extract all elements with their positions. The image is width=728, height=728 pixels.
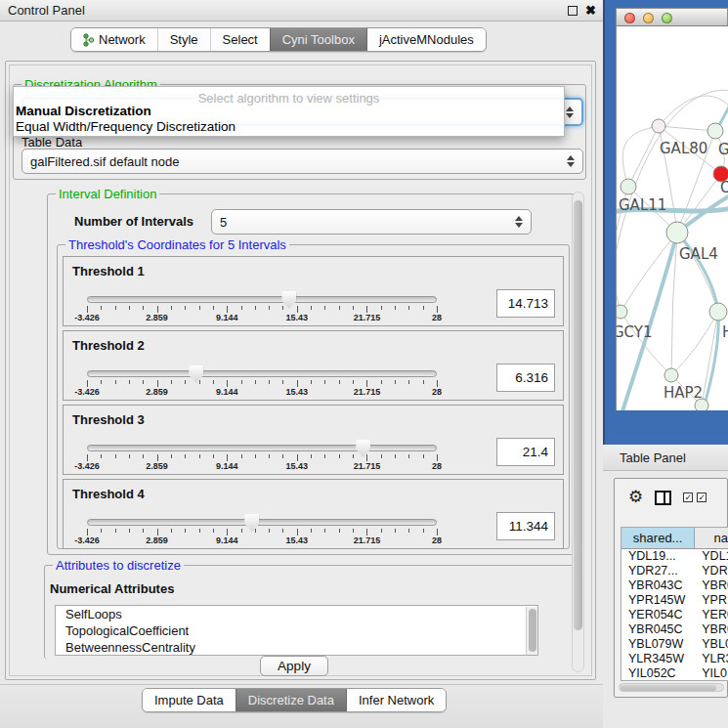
- float-window-icon[interactable]: [568, 6, 578, 16]
- threshold-value-field[interactable]: 6.316: [496, 364, 555, 392]
- network-node[interactable]: [666, 222, 688, 243]
- threshold-slider[interactable]: [87, 296, 437, 303]
- slider-tick-labels: -3.4262.8599.14415.4321.71528: [87, 313, 437, 324]
- cell-name[interactable]: YLR3: [695, 652, 728, 666]
- network-node[interactable]: [709, 303, 727, 321]
- threshold-value-field[interactable]: 21.4: [496, 438, 555, 466]
- table-horizontal-scrollbar-thumb[interactable]: [621, 685, 716, 691]
- column-header-shared[interactable]: shared...: [621, 528, 695, 548]
- panel-scrollbar[interactable]: [572, 192, 584, 672]
- checkbox-icon[interactable]: ✓: [697, 492, 707, 502]
- cell-name[interactable]: YDR2: [695, 564, 728, 578]
- threshold-slider[interactable]: [87, 370, 437, 377]
- cell-shared-name[interactable]: YBL079W: [621, 637, 695, 652]
- table-horizontal-scrollbar[interactable]: [619, 683, 724, 692]
- network-node[interactable]: [621, 179, 636, 194]
- cell-shared-name[interactable]: YER054C: [621, 608, 695, 622]
- network-window-titlebar[interactable]: [616, 8, 728, 26]
- tick-label: 9.144: [216, 461, 238, 471]
- cell-shared-name[interactable]: YLR345W: [621, 652, 695, 666]
- tick-label: -3.426: [74, 461, 100, 471]
- cell-name[interactable]: YIL0: [695, 666, 728, 681]
- apply-button[interactable]: Apply: [260, 656, 328, 676]
- slider-tick-labels: -3.4262.8599.14415.4321.71528: [87, 461, 437, 473]
- mac-zoom-button[interactable]: [662, 13, 672, 23]
- table-row[interactable]: YDL19...YDL1: [621, 549, 728, 564]
- attributes-group-title: Attributes to discretize: [53, 558, 184, 573]
- table-row[interactable]: YPR145WYPR1: [621, 593, 728, 608]
- cell-shared-name[interactable]: YDL19...: [621, 549, 695, 564]
- network-node[interactable]: [617, 305, 627, 319]
- close-icon[interactable]: ✖: [585, 6, 596, 16]
- tick-label: 2.859: [146, 461, 168, 471]
- attribute-list-item[interactable]: BetweennessCentrality: [56, 639, 537, 656]
- network-canvas[interactable]: GAL80GCGAL11GAL4GCY1HHAP2: [616, 26, 728, 410]
- tab-infer-network[interactable]: Infer Network: [346, 689, 446, 711]
- mac-close-button[interactable]: [624, 13, 635, 23]
- network-edge: [659, 126, 715, 131]
- tab-network[interactable]: Network: [71, 28, 157, 51]
- tab-impute-data[interactable]: Impute Data: [143, 689, 236, 711]
- threshold-value-field[interactable]: 14.713: [496, 289, 555, 318]
- table-data-combobox[interactable]: galFiltered.sif default node: [21, 149, 583, 174]
- network-node-label: H: [722, 323, 728, 341]
- threshold-slider[interactable]: [87, 519, 437, 526]
- tab-select[interactable]: Select: [210, 28, 270, 51]
- table-row[interactable]: YER054CYER0: [621, 608, 728, 622]
- table-row[interactable]: YBL079WYBL0: [621, 637, 728, 652]
- table-row[interactable]: YDR27...YDR2: [621, 564, 728, 578]
- network-node-label: GAL80: [660, 140, 707, 157]
- threshold-value-field[interactable]: 11.344: [496, 512, 555, 540]
- network-node[interactable]: [695, 399, 708, 410]
- number-of-intervals-combobox[interactable]: 5: [211, 209, 532, 235]
- cell-shared-name[interactable]: YBR045C: [621, 622, 695, 637]
- checkbox-icon[interactable]: ✓: [683, 492, 693, 502]
- tab-style-label: Style: [170, 32, 198, 47]
- attribute-list-item[interactable]: SelfLoops: [56, 606, 537, 622]
- cell-name[interactable]: YBR0: [695, 622, 728, 637]
- tab-discretize-data-label: Discretize Data: [248, 693, 334, 707]
- cell-shared-name[interactable]: YPR145W: [621, 593, 695, 608]
- table-panel-box: ⚙ ✓ ✓ shared... na YDL19...YDL1YDR27...Y…: [614, 478, 728, 698]
- threshold-slider[interactable]: [87, 445, 437, 451]
- table-panel-titlebar[interactable]: Table Panel: [603, 445, 728, 471]
- network-node[interactable]: [652, 119, 665, 133]
- table-row[interactable]: YBR045CYBR0: [621, 622, 728, 637]
- cell-name[interactable]: YBR0: [695, 578, 728, 593]
- node-attribute-table[interactable]: shared... na YDL19...YDL1YDR27...YDR2YBR…: [621, 527, 728, 681]
- cell-shared-name[interactable]: YDR27...: [621, 564, 695, 578]
- threshold-label: Threshold 3: [72, 412, 145, 427]
- gear-icon[interactable]: ⚙: [628, 489, 643, 506]
- tick-label: 28: [432, 461, 442, 471]
- tab-cyni-toolbox[interactable]: Cyni Toolbox: [270, 28, 366, 51]
- tab-style[interactable]: Style: [157, 28, 210, 51]
- tab-jactivemnodules[interactable]: jActiveMNodules: [366, 28, 486, 51]
- tick-label: -3.426: [74, 313, 100, 322]
- popup-option-equal-width-frequency[interactable]: Equal Width/Frequency Discretization: [16, 119, 236, 134]
- split-columns-icon[interactable]: [655, 491, 671, 505]
- network-node[interactable]: [707, 123, 723, 139]
- network-edge: [622, 126, 659, 187]
- cell-shared-name[interactable]: YIL052C: [621, 666, 695, 681]
- table-row[interactable]: YIL052CYIL0: [621, 666, 728, 681]
- tab-discretize-data[interactable]: Discretize Data: [236, 689, 346, 711]
- attribute-list-item[interactable]: TopologicalCoefficient: [56, 622, 537, 639]
- tick-label: 21.715: [354, 535, 381, 545]
- numerical-attributes-list[interactable]: SelfLoopsTopologicalCoefficientBetweenne…: [55, 605, 538, 656]
- cell-name[interactable]: YPR1: [695, 593, 728, 608]
- tick-label: 9.144: [216, 313, 238, 322]
- cell-name[interactable]: YDL1: [695, 549, 728, 564]
- list-scrollbar[interactable]: [526, 607, 537, 656]
- popup-option-manual-discretization[interactable]: Manual Discretization: [16, 104, 151, 118]
- threshold-label: Threshold 2: [72, 338, 145, 353]
- table-row[interactable]: YLR345WYLR3: [621, 652, 728, 666]
- table-row[interactable]: YBR043CYBR0: [621, 578, 728, 593]
- cell-name[interactable]: YER0: [695, 608, 728, 622]
- mac-minimize-button[interactable]: [643, 13, 654, 23]
- panel-scrollbar-thumb[interactable]: [574, 200, 582, 630]
- cell-shared-name[interactable]: YBR043C: [621, 578, 695, 593]
- network-node[interactable]: [664, 368, 678, 382]
- network-node-label: HAP2: [664, 384, 703, 402]
- column-header-name[interactable]: na: [695, 528, 728, 548]
- cell-name[interactable]: YBL0: [695, 637, 728, 652]
